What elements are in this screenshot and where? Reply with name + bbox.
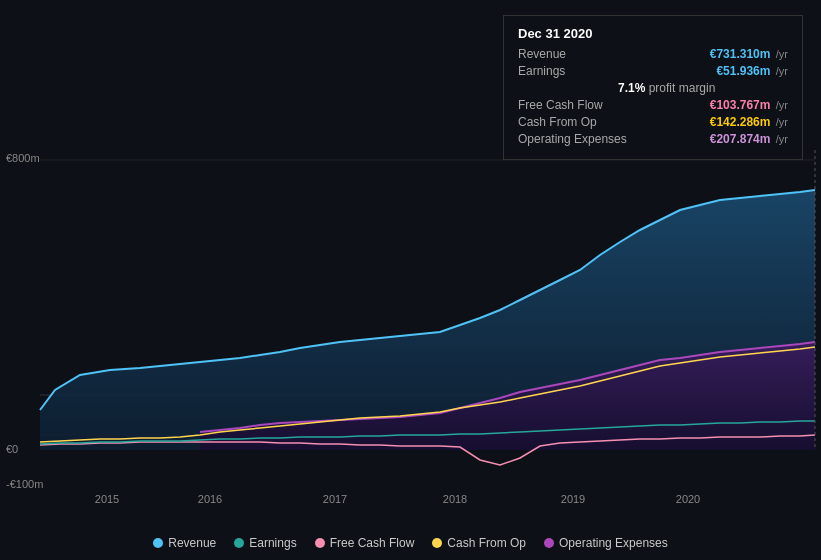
tooltip-profit-margin: 7.1% profit margin [518, 81, 788, 95]
tooltip-revenue-row: Revenue €731.310m /yr [518, 47, 788, 61]
x-label-2020: 2020 [676, 493, 700, 505]
main-chart-svg [0, 150, 821, 505]
tooltip-opex-row: Operating Expenses €207.874m /yr [518, 132, 788, 146]
legend-item-cashop[interactable]: Cash From Op [432, 536, 526, 550]
legend-item-opex[interactable]: Operating Expenses [544, 536, 668, 550]
tooltip-cashop-value: €142.286m /yr [710, 115, 788, 129]
legend-item-earnings[interactable]: Earnings [234, 536, 296, 550]
tooltip-opex-label: Operating Expenses [518, 132, 627, 146]
x-label-2019: 2019 [561, 493, 585, 505]
tooltip-revenue-value: €731.310m /yr [710, 47, 788, 61]
x-label-2017: 2017 [323, 493, 347, 505]
tooltip-opex-value: €207.874m /yr [710, 132, 788, 146]
legend-label-cashop: Cash From Op [447, 536, 526, 550]
legend-dot-earnings [234, 538, 244, 548]
legend-dot-revenue [153, 538, 163, 548]
legend-dot-opex [544, 538, 554, 548]
tooltip-fcf-label: Free Cash Flow [518, 98, 603, 112]
tooltip-fcf-row: Free Cash Flow €103.767m /yr [518, 98, 788, 112]
legend-label-revenue: Revenue [168, 536, 216, 550]
chart-area [0, 150, 821, 505]
tooltip-revenue-label: Revenue [518, 47, 566, 61]
legend-label-fcf: Free Cash Flow [330, 536, 415, 550]
tooltip-earnings-label: Earnings [518, 64, 565, 78]
tooltip-panel: Dec 31 2020 Revenue €731.310m /yr Earnin… [503, 15, 803, 160]
tooltip-cashop-row: Cash From Op €142.286m /yr [518, 115, 788, 129]
tooltip-cashop-label: Cash From Op [518, 115, 597, 129]
tooltip-earnings-value: €51.936m /yr [716, 64, 788, 78]
x-label-2016: 2016 [198, 493, 222, 505]
chart-legend: Revenue Earnings Free Cash Flow Cash Fro… [0, 536, 821, 550]
legend-item-revenue[interactable]: Revenue [153, 536, 216, 550]
legend-label-earnings: Earnings [249, 536, 296, 550]
legend-item-fcf[interactable]: Free Cash Flow [315, 536, 415, 550]
x-label-2015: 2015 [95, 493, 119, 505]
tooltip-earnings-row: Earnings €51.936m /yr [518, 64, 788, 78]
legend-dot-cashop [432, 538, 442, 548]
tooltip-fcf-value: €103.767m /yr [710, 98, 788, 112]
tooltip-date: Dec 31 2020 [518, 26, 788, 41]
x-label-2018: 2018 [443, 493, 467, 505]
legend-dot-fcf [315, 538, 325, 548]
legend-label-opex: Operating Expenses [559, 536, 668, 550]
